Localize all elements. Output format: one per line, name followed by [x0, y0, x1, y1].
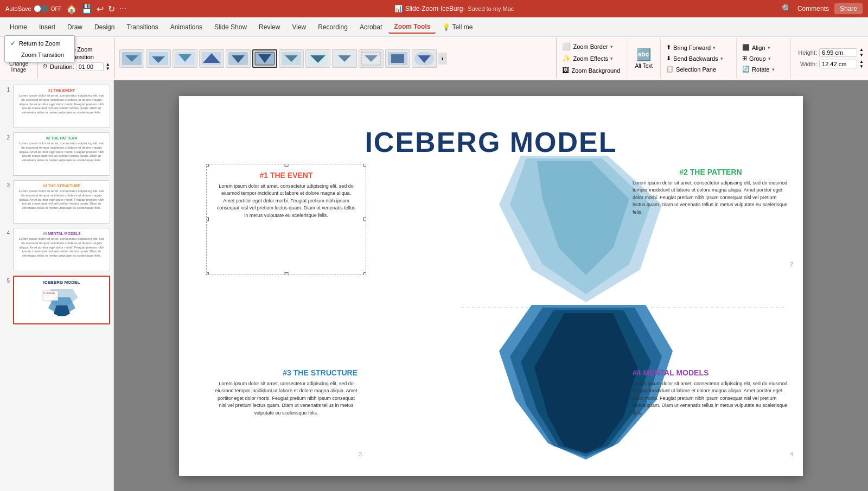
menu-view[interactable]: View	[286, 21, 311, 33]
dropdown-return-to-zoom[interactable]: ✓ Return to Zoom	[5, 37, 74, 49]
zoom-style-12[interactable]	[412, 49, 437, 68]
menu-animations[interactable]: Animations	[165, 21, 208, 33]
menu-acrobat[interactable]: Acrobat	[354, 21, 387, 33]
dropdown-zoom-transition[interactable]: Zoom Transition	[5, 49, 74, 60]
menu-zoom-tools[interactable]: Zoom Tools	[388, 21, 436, 34]
width-input[interactable]	[819, 60, 857, 68]
zoom-background-icon: 🖼	[562, 66, 569, 74]
rotate-button[interactable]: 🔄 Rotate ▾	[740, 65, 787, 74]
handle-ml[interactable]	[206, 218, 209, 221]
zoom-background-button[interactable]: 🖼 Zoom Background	[560, 65, 623, 75]
home-icon[interactable]: 🏠	[66, 4, 77, 14]
selection-pane-button[interactable]: 📋 Selection Pane	[664, 65, 733, 74]
share-button[interactable]: Share	[834, 3, 863, 14]
more-zoom-styles-button[interactable]: ›	[438, 53, 447, 65]
zoom-style-3[interactable]	[173, 49, 197, 68]
zoom-style-11[interactable]	[385, 49, 410, 68]
zoom-style-7[interactable]	[279, 49, 304, 68]
svg-rect-21	[391, 54, 404, 63]
canvas-area[interactable]: ICEBERG MODEL	[114, 80, 868, 491]
align-chevron: ▾	[768, 45, 770, 50]
height-row: Height: ▲▼	[795, 47, 864, 58]
content-box-1[interactable]: ↺ #1 THE EVENT Lorem ipsum dolor sit ame…	[206, 164, 366, 275]
content-box-3[interactable]: #3 THE STRUCTURE Lorem ipsum dolor sit a…	[206, 362, 366, 460]
group-icon: ⊞	[742, 55, 747, 62]
align-button[interactable]: ⬛ Align ▾	[740, 43, 787, 52]
handle-bm[interactable]	[284, 272, 288, 275]
slide-thumb-2[interactable]: #2 THE PATTERN Lorem ipsum dolor sit ame…	[13, 132, 110, 176]
zoom-style-6-selected[interactable]	[252, 49, 277, 68]
zoom-style-10[interactable]	[359, 49, 384, 68]
menu-slideshow[interactable]: Slide Show	[209, 21, 252, 33]
duration-spinner[interactable]: ▲▼	[106, 62, 110, 71]
slide-item-4[interactable]: 4 #4 MENTAL MODELS Lorem ipsum dolor sit…	[3, 228, 110, 271]
slide-3-body: Lorem ipsum dolor sit amet, consectetur …	[17, 189, 106, 211]
menu-draw[interactable]: Draw	[62, 21, 88, 33]
handle-mr[interactable]	[363, 218, 366, 221]
menu-tell-me[interactable]: 💡 Tell me	[437, 21, 478, 33]
more-icon[interactable]: ···	[119, 4, 126, 14]
handle-bl[interactable]	[206, 272, 209, 275]
zoom-effects-button[interactable]: ✨ Zoom Effects ▾	[560, 53, 623, 63]
box2-title: #2 THE PATTERN	[633, 168, 789, 176]
alt-text-button[interactable]: 🔤 Alt Text	[630, 46, 657, 71]
group-button[interactable]: ⊞ Group ▾	[740, 54, 787, 63]
alt-text-icon: 🔤	[636, 48, 651, 62]
box4-number: 4	[790, 451, 793, 457]
slide-number-3: 3	[3, 182, 10, 188]
duration-input[interactable]	[76, 62, 104, 71]
slide-thumb-1[interactable]: #1 THE EVENT Lorem ipsum dolor sit amet,…	[13, 85, 110, 128]
undo-icon[interactable]: ↩	[97, 4, 104, 14]
slide-item-1[interactable]: 1 #1 THE EVENT Lorem ipsum dolor sit ame…	[3, 85, 110, 128]
zoom-border-icon: ⬜	[562, 42, 571, 50]
ribbon-zoom-images-section: ›	[115, 38, 557, 79]
content-box-2[interactable]: #2 THE PATTERN Lorem ipsum dolor sit ame…	[624, 161, 797, 270]
box1-title: #1 THE EVENT	[215, 171, 357, 180]
bring-forward-chevron: ▾	[713, 45, 716, 50]
zoom-style-5[interactable]	[226, 49, 251, 68]
slide-item-3[interactable]: 3 #3 THE STRUCTURE Lorem ipsum dolor sit…	[3, 180, 110, 224]
handle-tl[interactable]	[206, 164, 209, 167]
autosave-pill[interactable]	[34, 5, 49, 12]
zoom-style-1[interactable]	[119, 49, 144, 68]
send-backward-icon: ⬇	[666, 55, 671, 62]
redo-icon[interactable]: ↻	[108, 4, 115, 14]
handle-tm[interactable]	[284, 164, 288, 167]
menu-insert[interactable]: Insert	[34, 21, 61, 33]
comments-button[interactable]: Comments	[797, 5, 829, 12]
zoom-style-8[interactable]	[305, 49, 330, 68]
slide-item-5[interactable]: 5 ICEBERG MODEL #1 THE EVENT Lorem ipsum…	[3, 276, 110, 324]
handle-br[interactable]	[363, 272, 366, 275]
slide-item-2[interactable]: 2 #2 THE PATTERN Lorem ipsum dolor sit a…	[3, 132, 110, 176]
handle-tr[interactable]	[363, 164, 366, 167]
bring-forward-button[interactable]: ⬆ Bring Forward ▾	[664, 43, 733, 52]
send-backward-button[interactable]: ⬇ Send Backwards ▾	[664, 54, 733, 63]
menu-review[interactable]: Review	[253, 21, 285, 33]
menu-recording[interactable]: Recording	[312, 21, 353, 33]
menu-transitions[interactable]: Transitions	[121, 21, 163, 33]
zoom-effects-icon: ✨	[562, 54, 571, 62]
zoom-effects-chevron: ▾	[610, 56, 613, 61]
zoom-style-2[interactable]	[146, 49, 171, 68]
zoom-style-4[interactable]	[199, 49, 224, 68]
box3-title: #3 THE STRUCTURE	[215, 368, 358, 377]
slide-thumb-5[interactable]: ICEBERG MODEL #1 THE EVENT Lorem ipsum..…	[13, 276, 110, 324]
height-input[interactable]	[819, 48, 857, 57]
slide-panel: 1 #1 THE EVENT Lorem ipsum dolor sit ame…	[0, 80, 114, 491]
content-box-4[interactable]: #4 MENTAL MODELS Lorem ipsum dolor sit a…	[624, 362, 797, 460]
svg-marker-26	[54, 305, 70, 316]
zoom-border-chevron: ▾	[610, 44, 613, 49]
slide-thumb-3[interactable]: #3 THE STRUCTURE Lorem ipsum dolor sit a…	[13, 180, 110, 224]
menu-design[interactable]: Design	[89, 21, 120, 33]
height-spinner[interactable]: ▲▼	[859, 47, 864, 58]
zoom-border-button[interactable]: ⬜ Zoom Border ▾	[560, 41, 623, 52]
save-icon[interactable]: 💾	[81, 4, 92, 14]
zoom-style-9[interactable]	[332, 49, 357, 68]
slide-number-4: 4	[3, 230, 10, 236]
width-spinner[interactable]: ▲▼	[859, 59, 864, 69]
slide-4-body: Lorem ipsum dolor sit amet, consectetur …	[17, 237, 106, 258]
autosave-toggle[interactable]: AutoSave OFF	[5, 5, 62, 12]
search-icon[interactable]: 🔍	[782, 4, 792, 14]
menu-home[interactable]: Home	[4, 21, 33, 33]
slide-thumb-4[interactable]: #4 MENTAL MODELS Lorem ipsum dolor sit a…	[13, 228, 110, 271]
